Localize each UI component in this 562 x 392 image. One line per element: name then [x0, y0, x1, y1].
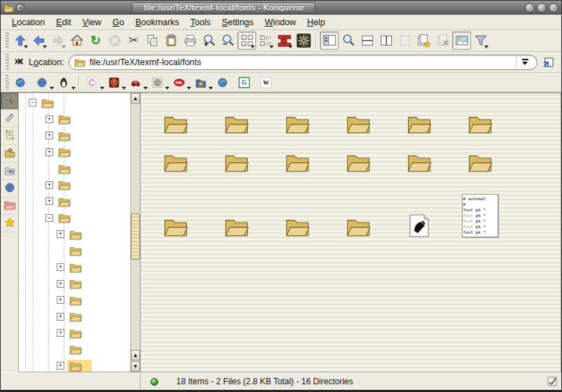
sidebar-tab-network-folder[interactable] — [1, 162, 18, 180]
location-value[interactable]: file:/usr/TeX/texmf-local/fonts — [90, 57, 516, 67]
bookmark-google[interactable]: G — [234, 75, 256, 90]
print-button[interactable] — [181, 31, 199, 50]
tree-expander[interactable]: − — [45, 214, 53, 222]
tree-item-texmf-local[interactable]: − — [19, 210, 130, 227]
bookmark-xml[interactable]: XML — [169, 75, 191, 90]
bookmark-toolbar-grip[interactable] — [4, 75, 8, 90]
bookmark-linux[interactable] — [54, 75, 76, 90]
tree-item-bin[interactable]: + — [19, 111, 130, 128]
toolbar-grip[interactable] — [4, 32, 8, 49]
find-button[interactable] — [339, 31, 358, 50]
file-item-pk[interactable] — [328, 136, 388, 174]
bookmark-thesis[interactable] — [191, 75, 213, 90]
paste-button[interactable] — [162, 31, 181, 50]
sidebar-tab-bookmark-flag[interactable] — [1, 110, 18, 127]
zoom-in-button[interactable] — [199, 31, 218, 50]
menu-help[interactable]: Help — [302, 16, 331, 29]
menu-view[interactable]: View — [77, 16, 107, 29]
list-view-button[interactable] — [256, 31, 275, 50]
file-item-vf[interactable] — [267, 174, 328, 239]
bookmark-connect[interactable] — [10, 75, 32, 90]
gear-button[interactable] — [294, 31, 313, 50]
sidebar-tab-bookmarks-star[interactable] — [1, 215, 18, 232]
icon-view-button[interactable] — [237, 31, 256, 50]
file-item-ovp[interactable] — [206, 136, 267, 174]
file-item-tfm[interactable] — [449, 136, 510, 174]
copy-button[interactable] — [143, 31, 162, 50]
scroll-up-button-2[interactable]: ▲ — [131, 350, 140, 360]
location-input[interactable]: file:/usr/TeX/texmf-local/fonts — [69, 55, 538, 70]
tree-expander[interactable]: + — [45, 132, 53, 139]
maximize-button[interactable] — [537, 3, 547, 13]
tree-item-fonts[interactable]: + — [19, 358, 130, 372]
tree-item-bibtex[interactable]: + — [19, 226, 130, 243]
file-item-truetype[interactable] — [145, 174, 206, 239]
file-item-fontdesc[interactable]: # automat#font pk *font pk *font pk *fon… — [449, 174, 510, 239]
split-top-bottom-button[interactable] — [358, 31, 377, 50]
close-button[interactable] — [549, 3, 559, 13]
titlebar[interactable]: file:/usr/TeX/texmf-local/fonts - Konque… — [1, 1, 561, 15]
location-toolbar-grip[interactable] — [4, 54, 8, 70]
sidebar-toggle-button[interactable] — [320, 31, 339, 50]
sidebar-tab-history-scroll[interactable] — [1, 127, 18, 145]
split-left-right-button[interactable] — [377, 31, 395, 50]
forward-button[interactable] — [48, 31, 67, 50]
location-dropdown-button[interactable] — [516, 56, 534, 69]
sidebar-tab-tools[interactable] — [1, 92, 18, 110]
tree-expander[interactable]: + — [57, 296, 64, 304]
tree-expander[interactable]: + — [45, 197, 53, 205]
file-icon-view[interactable]: # automat#font pk *font pk *font pk *fon… — [141, 92, 561, 372]
bookmark-ucc[interactable] — [104, 75, 126, 90]
close-tab-button[interactable] — [433, 31, 452, 50]
tree-item-dvipdfm[interactable]: + — [19, 292, 130, 309]
file-item-afm[interactable] — [145, 97, 206, 136]
file-item-pfm[interactable] — [267, 136, 328, 174]
tree-expander[interactable]: + — [57, 362, 64, 370]
tree-item-Books[interactable]: + — [19, 127, 130, 144]
tree-item-chktex[interactable] — [19, 243, 130, 260]
sticky-button[interactable] — [16, 4, 24, 12]
sidebar-tab-root-folder[interactable] — [1, 197, 18, 215]
tree-item-TeX[interactable]: − — [19, 94, 130, 111]
bookmark-web[interactable] — [32, 75, 54, 90]
file-item-type1[interactable] — [206, 174, 267, 239]
bookmark-silmaril[interactable] — [83, 75, 104, 90]
cut-button[interactable]: ✂ — [124, 31, 143, 50]
file-item-misc[interactable] — [388, 97, 449, 136]
clear-location-button[interactable] — [10, 53, 26, 71]
sidebar-tab-web-globe[interactable] — [1, 180, 18, 197]
file-item-vfonts[interactable] — [328, 174, 388, 239]
bookmark-wikipedia[interactable]: W — [256, 75, 278, 90]
scrollbar-thumb[interactable] — [131, 214, 140, 260]
preview-button[interactable] — [452, 31, 471, 50]
bookmark-tex[interactable] — [148, 75, 169, 90]
menu-settings[interactable]: Settings — [216, 16, 259, 29]
stop-button[interactable] — [105, 31, 124, 50]
file-item-doc[interactable] — [267, 97, 328, 136]
menu-tools[interactable]: Tools — [185, 16, 216, 29]
file-item-AdobeFnt.lst[interactable] — [388, 174, 449, 239]
reload-button[interactable]: ↻ — [86, 31, 105, 50]
tree-expander[interactable]: + — [45, 115, 53, 123]
app-folder-icon[interactable] — [3, 4, 14, 13]
menu-bookmarks[interactable]: Bookmarks — [129, 16, 185, 29]
tree-expander[interactable]: + — [57, 313, 64, 321]
tree-expander[interactable]: + — [57, 329, 64, 337]
tree-item-etex[interactable]: + — [19, 325, 130, 342]
tree-expander[interactable]: + — [45, 181, 53, 189]
file-item-afml[interactable] — [206, 97, 267, 136]
tree-item-info[interactable] — [19, 160, 130, 177]
scroll-down-button[interactable]: ▼ — [131, 361, 140, 372]
up-button[interactable] — [10, 31, 29, 50]
menu-location[interactable]: Location — [6, 16, 50, 29]
tree-item-FAQ[interactable]: + — [19, 144, 130, 161]
back-button[interactable] — [29, 31, 48, 50]
home-button[interactable] — [67, 31, 86, 50]
filter-button[interactable] — [471, 31, 490, 50]
go-button[interactable] — [540, 54, 557, 71]
bookmark-view-button[interactable] — [275, 31, 294, 50]
minimize-button[interactable] — [525, 3, 535, 13]
file-item-ofm[interactable] — [449, 97, 510, 136]
tree-expander[interactable]: + — [57, 263, 64, 271]
tree-item-context[interactable]: + — [19, 259, 130, 276]
